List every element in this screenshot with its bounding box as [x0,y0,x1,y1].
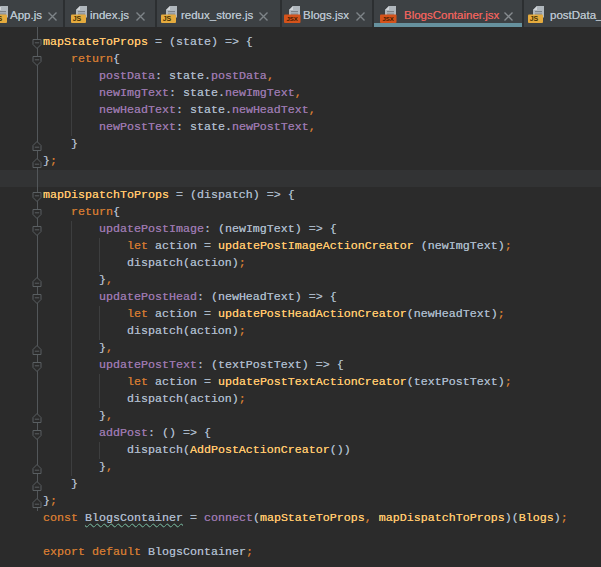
svg-text:JS: JS [0,15,3,22]
svg-text:JSX: JSX [383,16,394,22]
svg-text:JS: JS [73,15,82,22]
svg-text:JS: JS [163,15,172,22]
svg-text:JSX: JSX [287,16,298,22]
svg-text:JS: JS [530,15,539,22]
